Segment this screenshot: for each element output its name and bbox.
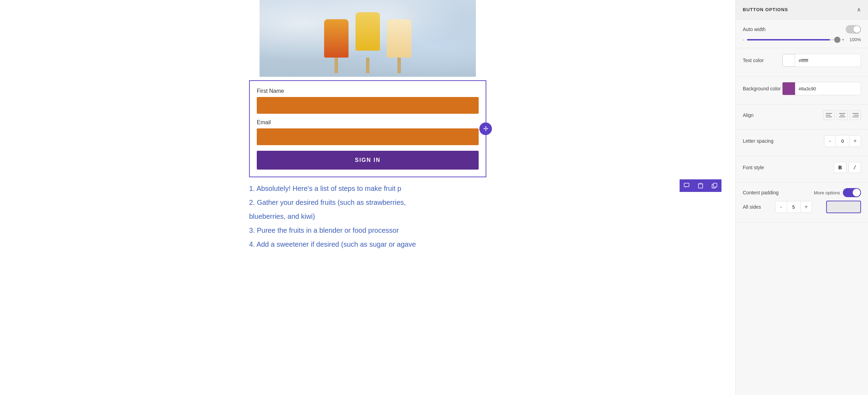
letter-spacing-row: Letter spacing - + (743, 135, 861, 147)
background-color-row: Background color (743, 82, 861, 95)
align-center-button[interactable] (837, 110, 848, 120)
svg-rect-0 (684, 183, 689, 187)
all-sides-stepper[interactable]: - + (775, 201, 812, 213)
letter-spacing-value[interactable] (836, 135, 850, 147)
text-color-section: Text color (736, 48, 868, 76)
delete-button[interactable] (694, 179, 708, 192)
content-padding-section: Content padding More options All sides -… (736, 182, 868, 223)
list-item: 2. Gather your desired fruits (such as s… (249, 197, 486, 208)
comment-button[interactable] (680, 179, 694, 192)
popsicle-image (260, 0, 476, 77)
first-name-label: First Name (257, 88, 479, 94)
text-color-label: Text color (743, 58, 764, 63)
background-color-label: Background color (743, 86, 781, 91)
slider-row: - + 100% (743, 37, 861, 42)
list-item: 4. Add a sweetener if desired (such as s… (249, 239, 486, 250)
align-label: Align (743, 112, 754, 118)
background-color-hex[interactable] (795, 86, 861, 91)
slider-minus-label: - (743, 37, 744, 42)
italic-button[interactable]: / (848, 162, 861, 173)
popsicle-1 (324, 19, 349, 73)
list-item: 3. Puree the fruits in a blender or food… (249, 225, 486, 236)
auto-width-label: Auto width (743, 27, 765, 32)
collapse-button[interactable]: ∧ (857, 6, 861, 13)
letter-spacing-plus[interactable]: + (850, 135, 861, 147)
slider-track[interactable] (747, 39, 839, 40)
content-padding-header-row: Content padding More options (743, 188, 861, 197)
text-color-input[interactable] (782, 54, 861, 67)
align-section: Align (736, 105, 868, 129)
text-color-hex[interactable] (795, 58, 861, 63)
padding-minus[interactable]: - (776, 201, 787, 213)
svg-rect-1 (698, 184, 703, 188)
align-row: Align (743, 110, 861, 120)
slider-thumb[interactable] (834, 37, 840, 43)
auto-width-section: Auto width - + 100% (736, 20, 868, 48)
email-input[interactable] (257, 128, 479, 145)
letter-spacing-label: Letter spacing (743, 138, 773, 144)
first-name-input[interactable] (257, 97, 479, 114)
all-sides-label: All sides (743, 204, 761, 210)
popsicle-2 (356, 19, 380, 73)
align-left-button[interactable] (823, 110, 835, 120)
letter-spacing-minus[interactable]: - (824, 135, 836, 147)
svg-rect-5 (713, 183, 717, 187)
auto-width-toggle[interactable] (846, 25, 861, 33)
form-toolbar (680, 179, 721, 192)
more-options-toggle[interactable] (843, 188, 861, 197)
padding-plus[interactable]: + (801, 201, 812, 213)
form-container: First Name Email SIGN IN ✛ (249, 80, 486, 177)
duplicate-button[interactable] (708, 179, 721, 192)
align-right-button[interactable] (850, 110, 861, 120)
list-content: 1. Absolutely! Here's a list of steps to… (249, 177, 486, 258)
letter-spacing-section: Letter spacing - + (736, 129, 868, 156)
font-style-label: Font style (743, 165, 764, 170)
font-style-section: Font style B / (736, 156, 868, 182)
form-block: First Name Email SIGN IN ✛ (14, 80, 721, 177)
drag-handle[interactable]: ✛ (479, 122, 492, 135)
text-color-swatch[interactable] (783, 54, 795, 67)
background-color-input[interactable] (782, 82, 861, 95)
email-label: Email (257, 119, 479, 126)
text-color-row: Text color (743, 54, 861, 67)
letter-spacing-stepper[interactable]: - + (824, 135, 861, 147)
font-style-buttons: B / (834, 162, 861, 173)
slider-fill (747, 39, 830, 40)
slider-plus-label: + (842, 37, 844, 42)
bold-button[interactable]: B (834, 162, 846, 173)
more-options-label: More options (814, 190, 840, 195)
all-sides-row: All sides - + (743, 201, 861, 213)
slider-value: 100% (847, 37, 861, 42)
list-item: 1. Absolutely! Here's a list of steps to… (249, 183, 486, 194)
background-color-swatch[interactable] (783, 82, 795, 95)
padding-display (826, 201, 861, 213)
content-padding-label: Content padding (743, 190, 779, 195)
font-style-row: Font style B / (743, 162, 861, 173)
padding-value[interactable] (787, 201, 801, 213)
panel-title: BUTTON OPTIONS (743, 7, 788, 12)
right-panel: BUTTON OPTIONS ∧ Auto width - + 100% Tex… (735, 0, 868, 395)
background-color-section: Background color (736, 76, 868, 105)
align-buttons (823, 110, 861, 120)
panel-header: BUTTON OPTIONS ∧ (736, 0, 868, 20)
popsicle-3 (387, 19, 411, 73)
list-item: blueberries, and kiwi) (249, 211, 486, 222)
sign-in-button[interactable]: SIGN IN (257, 151, 479, 170)
auto-width-row: Auto width (743, 25, 861, 33)
